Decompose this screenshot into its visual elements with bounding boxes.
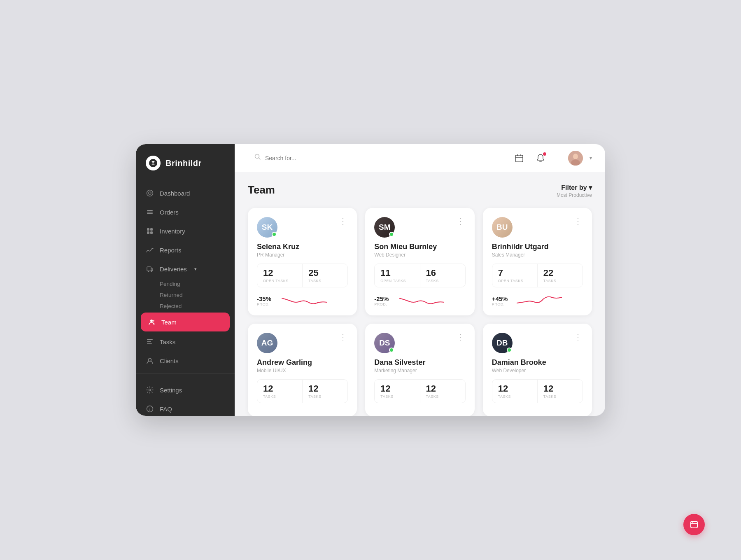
open-tasks-label: OPEN TASKS <box>498 279 531 283</box>
inventory-icon <box>146 227 154 235</box>
card-avatar: DB <box>492 333 513 353</box>
sidebar-item-pending[interactable]: Pending <box>160 278 235 289</box>
sidebar-item-settings[interactable]: Settings <box>136 380 235 399</box>
team-icon <box>147 318 156 326</box>
svg-rect-10 <box>147 267 151 271</box>
svg-point-13 <box>150 320 153 322</box>
open-tasks-value: 7 <box>498 268 531 278</box>
open-tasks-value: 11 <box>380 268 414 278</box>
tasks-value: 12 <box>426 384 459 394</box>
open-tasks-value: 12 <box>263 384 296 394</box>
sidebar: Brinhildr Dashboard <box>136 144 235 416</box>
card-avatar: AG <box>257 333 277 353</box>
team-label: Team <box>161 319 177 326</box>
team-card: SK ⋮ Selena Kruz PR Manager 12 OPEN TASK… <box>248 208 357 315</box>
tasks-value: 16 <box>426 268 459 278</box>
top-header: ▾ <box>235 144 605 172</box>
sidebar-item-rejected[interactable]: Rejected <box>160 301 235 312</box>
sidebar-item-returned[interactable]: Returned <box>160 289 235 301</box>
card-name: Dana Silvester <box>374 358 465 367</box>
prod-block: -35% PROD. <box>257 295 276 306</box>
notification-button[interactable] <box>533 151 548 166</box>
page-title: Team <box>248 184 275 196</box>
sidebar-item-reports[interactable]: Reports <box>136 240 235 259</box>
prod-block: -25% PROD. <box>374 295 393 306</box>
card-menu-button[interactable]: ⋮ <box>339 333 348 341</box>
svg-rect-3 <box>147 210 153 211</box>
card-header: DS ⋮ <box>374 333 465 353</box>
card-menu-button[interactable]: ⋮ <box>457 333 466 341</box>
svg-rect-25 <box>520 154 521 156</box>
svg-rect-6 <box>147 228 149 231</box>
sidebar-item-clients[interactable]: Clients <box>136 351 235 370</box>
svg-rect-9 <box>150 231 153 234</box>
tasks-icon <box>146 338 154 346</box>
svg-point-2 <box>149 192 151 194</box>
svg-rect-4 <box>147 212 153 212</box>
tasks-value: 25 <box>308 268 342 278</box>
tasks-label: TASKS <box>543 394 577 399</box>
sidebar-item-orders[interactable]: Orders <box>136 203 235 222</box>
reports-label: Reports <box>160 247 182 254</box>
app-name: Brinhildr <box>165 159 202 168</box>
sidebar-item-deliveries[interactable]: Deliveries ▾ <box>136 259 235 278</box>
faq-icon: i <box>146 405 154 413</box>
svg-point-14 <box>153 320 154 322</box>
header-divider <box>558 152 558 165</box>
stat-tasks: 25 TASKS <box>302 264 347 287</box>
sparkline <box>517 293 583 308</box>
open-tasks-label: OPEN TASKS <box>380 279 414 283</box>
card-role: Marketing Manager <box>374 368 465 373</box>
team-card: DS ⋮ Dana Silvester Marketing Manager 12… <box>365 324 474 416</box>
filter-by-button[interactable]: Filter by ▾ Most Productive <box>557 184 592 198</box>
svg-point-18 <box>149 358 151 361</box>
inventory-label: Inventory <box>160 228 185 235</box>
svg-rect-5 <box>147 213 153 214</box>
orders-label: Orders <box>160 209 179 216</box>
card-menu-button[interactable]: ⋮ <box>574 333 583 341</box>
tasks-label: TASKS <box>426 394 459 399</box>
open-tasks-value: 12 <box>380 384 414 394</box>
prod-label: PROD. <box>492 302 511 306</box>
search-input[interactable] <box>265 155 499 161</box>
stat-open-tasks: 12 TASKS <box>492 380 537 403</box>
card-role: Web Developer <box>492 368 583 373</box>
sidebar-logo: Brinhildr <box>136 144 235 180</box>
sidebar-item-inventory[interactable]: Inventory <box>136 222 235 240</box>
card-menu-button[interactable]: ⋮ <box>339 217 348 225</box>
card-menu-button[interactable]: ⋮ <box>457 217 466 225</box>
prod-label: PROD. <box>257 302 276 306</box>
card-menu-button[interactable]: ⋮ <box>574 217 583 225</box>
team-card: SM ⋮ Son Mieu Burnley Web Designer 11 OP… <box>365 208 474 315</box>
stat-open-tasks: 7 OPEN TASKS <box>492 264 537 287</box>
stat-open-tasks: 12 OPEN TASKS <box>257 264 302 287</box>
dashboard-label: Dashboard <box>160 190 190 197</box>
tasks-label: TASKS <box>308 279 342 283</box>
sidebar-item-faq[interactable]: i FAQ <box>136 399 235 416</box>
stat-open-tasks: 12 TASKS <box>375 380 419 403</box>
deliveries-submenu: Pending Returned Rejected <box>136 278 235 312</box>
card-stats: 12 OPEN TASKS 25 TASKS <box>257 264 348 287</box>
calendar-button[interactable] <box>512 151 527 166</box>
card-stats: 12 TASKS 12 TASKS <box>492 379 583 403</box>
user-avatar[interactable] <box>568 151 583 166</box>
open-tasks-label: TASKS <box>263 394 296 399</box>
user-dropdown-arrow[interactable]: ▾ <box>590 155 592 161</box>
card-stats: 12 TASKS 12 TASKS <box>257 379 348 403</box>
sidebar-item-team[interactable]: Team <box>141 313 230 331</box>
card-name: Damian Brooke <box>492 358 583 367</box>
card-header: SM ⋮ <box>374 217 465 238</box>
prod-value: -25% <box>374 295 393 302</box>
card-avatar: SK <box>257 217 277 238</box>
deliveries-icon <box>146 265 154 273</box>
sidebar-item-dashboard[interactable]: Dashboard <box>136 184 235 203</box>
card-role: Mobile UI/UX <box>257 368 348 373</box>
online-indicator <box>272 232 277 237</box>
svg-point-27 <box>573 154 578 159</box>
stat-tasks: 22 TASKS <box>537 264 583 287</box>
online-indicator <box>389 348 394 352</box>
svg-rect-23 <box>515 155 523 162</box>
stat-tasks: 12 TASKS <box>302 380 347 403</box>
sidebar-item-tasks[interactable]: Tasks <box>136 332 235 351</box>
svg-rect-17 <box>147 343 152 344</box>
